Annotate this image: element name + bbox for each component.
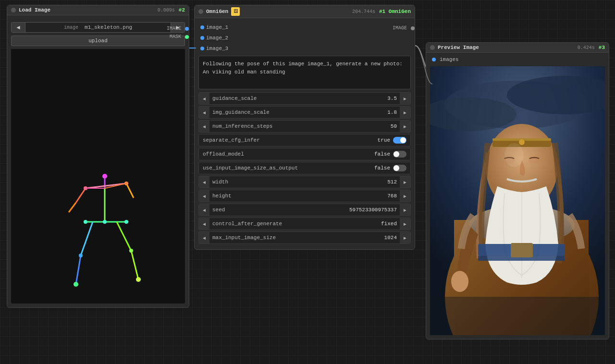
svg-line-5 bbox=[126, 183, 134, 198]
svg-line-14 bbox=[131, 251, 138, 279]
max-input-size-inc[interactable]: ► bbox=[400, 231, 410, 244]
use-input-size-value: false bbox=[374, 165, 390, 171]
params-container: ◄ guidance_scale 3.5 ► ◄ img_guidance_sc… bbox=[198, 92, 411, 244]
max-input-size-row: ◄ max_input_image_size 1024 ► bbox=[198, 231, 411, 244]
svg-point-40 bbox=[451, 271, 468, 292]
svg-point-20 bbox=[124, 220, 128, 224]
guidance-scale-inc[interactable]: ► bbox=[400, 92, 410, 105]
guidance-scale-dec[interactable]: ◄ bbox=[199, 92, 209, 105]
control-after-row: ◄ control_after_generate fixed ► bbox=[198, 218, 411, 230]
control-after-label: control_after_generate bbox=[209, 221, 378, 227]
images-port-label: images bbox=[440, 57, 459, 62]
preview-body: images bbox=[426, 53, 609, 339]
load-image-title: Load Image bbox=[19, 7, 50, 13]
separate-cfg-label: separate_cfg_infer bbox=[203, 137, 378, 143]
use-input-size-label: use_input_image_size_as_output bbox=[203, 165, 374, 171]
img-guidance-scale-inc[interactable]: ► bbox=[400, 106, 410, 119]
height-dec[interactable]: ◄ bbox=[199, 190, 209, 202]
offload-model-row: offload_model false bbox=[198, 148, 411, 160]
image-filename: image m1_skeleton.png bbox=[25, 23, 171, 32]
width-label: width bbox=[209, 179, 384, 185]
omnigen-status-dot bbox=[198, 9, 203, 14]
height-value: 768 bbox=[384, 193, 400, 199]
omnigen-title: OmniGen bbox=[206, 9, 228, 14]
omnigen-time: 204.744s bbox=[352, 9, 375, 14]
image-output-port[interactable] bbox=[185, 27, 189, 31]
skeleton-preview bbox=[11, 49, 185, 303]
mask-port-label: MASK bbox=[170, 34, 181, 39]
load-image-status-dot bbox=[11, 8, 16, 12]
images-input-port[interactable] bbox=[432, 58, 436, 61]
inference-steps-inc[interactable]: ► bbox=[400, 120, 410, 133]
seed-row: ◄ seed 597523300975337 ► bbox=[198, 204, 411, 216]
svg-point-8 bbox=[103, 220, 107, 224]
svg-line-4 bbox=[69, 203, 76, 212]
separate-cfg-row: separate_cfg_infer true bbox=[198, 134, 411, 146]
images-port-row: images bbox=[430, 57, 605, 62]
svg-rect-39 bbox=[511, 243, 533, 257]
seed-inc[interactable]: ► bbox=[400, 204, 410, 216]
max-input-size-dec[interactable]: ◄ bbox=[199, 231, 209, 244]
img-guidance-scale-label: img_guidance_scale bbox=[209, 109, 384, 115]
prompt-textarea[interactable]: Following the pose of this image image_1… bbox=[198, 56, 411, 89]
seed-dec[interactable]: ◄ bbox=[199, 204, 209, 216]
height-row: ◄ height 768 ► bbox=[198, 190, 411, 202]
svg-line-10 bbox=[76, 255, 81, 284]
image-prev-button[interactable]: ◄ bbox=[12, 23, 25, 32]
img-guidance-scale-row: ◄ img_guidance_scale 1.8 ► bbox=[198, 106, 411, 119]
inference-steps-label: num_inference_steps bbox=[209, 123, 388, 129]
svg-line-3 bbox=[76, 188, 86, 203]
svg-point-34 bbox=[519, 139, 525, 145]
use-input-size-toggle[interactable] bbox=[393, 165, 406, 171]
upload-button[interactable]: upload bbox=[11, 36, 185, 46]
preview-header: Preview Image 0.424s #3 bbox=[426, 43, 609, 53]
load-image-time: 0.009s bbox=[158, 8, 175, 13]
offload-model-value: false bbox=[374, 151, 390, 157]
use-input-size-knob bbox=[394, 165, 399, 171]
svg-point-0 bbox=[102, 174, 107, 179]
preview-status-dot bbox=[430, 45, 435, 50]
width-inc[interactable]: ► bbox=[400, 176, 410, 188]
control-after-dec[interactable]: ◄ bbox=[199, 218, 209, 230]
preview-title: Preview Image bbox=[438, 45, 479, 50]
omnigen-icon: 🖼 bbox=[231, 7, 240, 16]
load-image-id: #2 bbox=[179, 7, 185, 13]
load-image-header: Load Image 0.009s #2 bbox=[7, 5, 189, 15]
height-label: height bbox=[209, 193, 384, 199]
omnigen-node: OmniGen 🖼 204.744s #1 OmniGen IMAGE bbox=[194, 5, 415, 250]
control-after-inc[interactable]: ► bbox=[400, 218, 410, 230]
separate-cfg-knob bbox=[400, 137, 406, 143]
separate-cfg-toggle[interactable] bbox=[393, 137, 406, 144]
mask-output-port[interactable] bbox=[185, 35, 189, 39]
offload-model-label: offload_model bbox=[203, 151, 374, 157]
preview-image-display bbox=[430, 66, 605, 335]
use-input-size-row: use_input_image_size_as_output false bbox=[198, 162, 411, 174]
image3-input-port[interactable] bbox=[200, 47, 204, 50]
img-guidance-scale-dec[interactable]: ◄ bbox=[199, 106, 209, 119]
image1-port-row: image_1 bbox=[198, 24, 411, 30]
offload-model-toggle[interactable] bbox=[393, 151, 406, 158]
width-dec[interactable]: ◄ bbox=[199, 176, 209, 188]
image2-input-port[interactable] bbox=[200, 36, 204, 40]
image1-input-port[interactable] bbox=[200, 25, 204, 29]
guidance-scale-label: guidance_scale bbox=[209, 96, 384, 101]
image3-port-row: image_3 bbox=[198, 46, 411, 51]
image-selector: ◄ image m1_skeleton.png ► bbox=[11, 22, 185, 33]
preview-id: #3 bbox=[599, 45, 605, 50]
skeleton-svg bbox=[11, 49, 185, 303]
guidance-scale-row: ◄ guidance_scale 3.5 ► bbox=[198, 92, 411, 105]
img-guidance-scale-value: 1.8 bbox=[384, 109, 400, 115]
image1-label: image_1 bbox=[206, 24, 228, 30]
svg-point-15 bbox=[129, 249, 133, 253]
seed-value: 597523300975337 bbox=[346, 207, 400, 213]
preview-node: Preview Image 0.424s #3 images bbox=[426, 42, 609, 340]
inference-steps-dec[interactable]: ◄ bbox=[199, 120, 209, 133]
image2-port-row: image_2 bbox=[198, 35, 411, 41]
inference-steps-row: ◄ num_inference_steps 50 ► bbox=[198, 120, 411, 133]
guidance-scale-value: 3.5 bbox=[384, 96, 400, 101]
svg-point-11 bbox=[79, 254, 83, 257]
height-inc[interactable]: ► bbox=[400, 190, 410, 202]
omnigen-image-output[interactable] bbox=[411, 26, 415, 30]
load-image-node: Load Image 0.009s #2 IMAGE MASK bbox=[7, 5, 189, 308]
load-image-body: IMAGE MASK ◄ image m1_skeleton.png ► bbox=[7, 15, 189, 307]
